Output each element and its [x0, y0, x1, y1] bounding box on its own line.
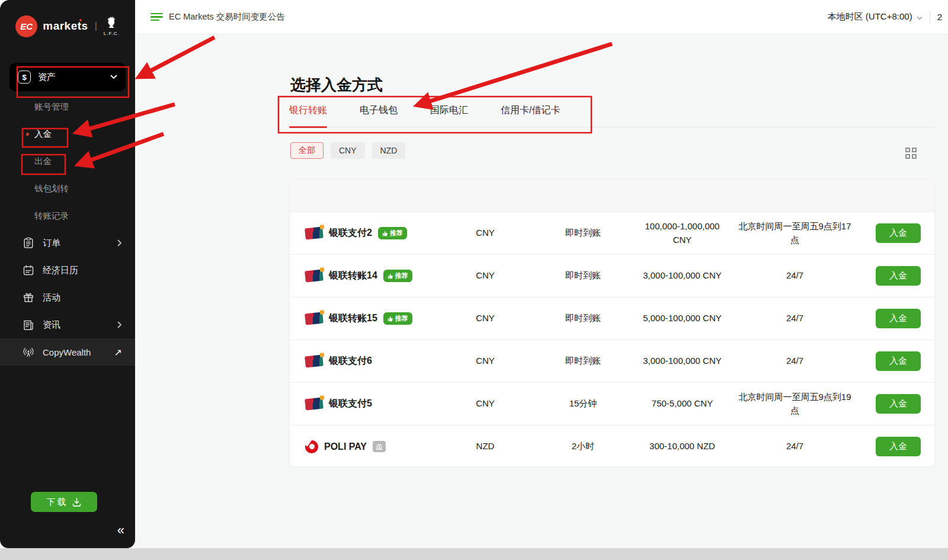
sidebar-submenu-item[interactable]: 出金	[0, 148, 135, 175]
processing-time-cell: 北京时间周一至周五9点到19点	[734, 391, 856, 417]
announcement-bar[interactable]: EC Markets 交易时间变更公告	[150, 11, 285, 23]
limit-cell: 3,000-100,000 CNY	[643, 269, 722, 283]
channel-cell: 银联转账14 推荐	[290, 270, 438, 282]
unionpay-logo-icon	[305, 312, 324, 325]
currency-cell: CNY	[476, 397, 495, 411]
page-title: 选择入金方式	[290, 75, 383, 95]
channel-cell: 银联支付6	[290, 355, 438, 367]
processing-time-cell: 24/7	[786, 354, 803, 368]
table-row: 银联转账14 推荐 CNY 即时到账 3,000-100,000 CNY 24/…	[290, 254, 934, 297]
limit-cell: 3,000-100,000 CNY	[643, 354, 722, 368]
currency-cell: CNY	[476, 226, 495, 240]
deposit-button[interactable]: 入金	[876, 309, 921, 328]
collapse-sidebar-icon[interactable]: «	[117, 523, 124, 538]
download-label: 下载	[47, 497, 68, 508]
sidebar-item-assets[interactable]: $ 资产	[9, 63, 126, 91]
sidebar-menu-item[interactable]: 订单	[0, 229, 135, 257]
tab-label: 电子钱包	[360, 105, 398, 115]
unionpay-logo-icon	[305, 397, 324, 410]
caret-down-icon	[917, 12, 923, 22]
submenu-label: 钱包划转	[34, 183, 69, 194]
currency-filter-chip[interactable]: 全部	[290, 142, 324, 159]
currency-cell: NZD	[476, 440, 495, 453]
arrival-time-cell: 15分钟	[569, 397, 597, 411]
bottom-edge-strip	[0, 548, 948, 560]
dollar-icon: $	[18, 71, 31, 84]
menu-label: CopyWealth	[43, 347, 106, 357]
currency-filter-chip[interactable]: CNY	[331, 142, 365, 159]
channel-cell: 银联支付5	[290, 398, 438, 410]
tab-label: 国际电汇	[430, 105, 468, 115]
deposit-button[interactable]: 入金	[876, 351, 921, 371]
deposit-button[interactable]: 入金	[876, 437, 921, 456]
ec-logo-icon: EC	[15, 15, 37, 37]
sidebar-submenu-item[interactable]: 钱包划转	[0, 175, 135, 202]
grid-view-icon[interactable]	[905, 148, 917, 159]
channel-cell: POLI PAY	[290, 440, 438, 453]
deposit-channels-card: 银联支付2 推荐 CNY 即时到账 100,000-1,000,000 CNY …	[289, 179, 935, 467]
limit-cell: 5,000-100,000 CNY	[643, 312, 722, 325]
deposit-method-tab[interactable]: 电子钱包	[360, 101, 398, 127]
table-body: 银联支付2 推荐 CNY 即时到账 100,000-1,000,000 CNY …	[290, 212, 934, 467]
recommended-label: 推荐	[395, 271, 408, 280]
channel-cell: 银联转账15 推荐	[290, 312, 438, 325]
menu-label: 活动	[43, 292, 122, 303]
recommended-label: 推荐	[395, 314, 408, 323]
lfc-logo: L.F.C.	[104, 16, 120, 36]
processing-time-cell: 北京时间周一至周五9点到17点	[734, 220, 856, 247]
thumbs-up-icon	[387, 316, 393, 322]
sidebar-menu-item[interactable]: 活动	[0, 284, 135, 311]
timezone-label: 本地时区 (UTC+8:00)	[828, 11, 912, 23]
clock-partial: 2	[937, 12, 942, 22]
main-content: 选择入金方式 银行转账 电子钱包 国际电汇 信用卡/借记卡 全部 CNY NZD	[135, 34, 948, 548]
currency-filters: 全部 CNY NZD	[290, 142, 405, 159]
deposit-method-tab[interactable]: 国际电汇	[430, 101, 468, 127]
processing-time-cell: 24/7	[786, 440, 803, 453]
table-row: 银联转账15 推荐 CNY 即时到账 5,000-100,000 CNY 24/…	[290, 297, 934, 340]
sidebar-menu-item[interactable]: 经济日历	[0, 257, 135, 284]
download-icon	[72, 497, 82, 507]
active-dot	[26, 133, 29, 136]
processing-time-cell: 24/7	[786, 269, 803, 283]
submenu-label: 转账记录	[34, 210, 69, 222]
unionpay-logo-icon	[305, 226, 324, 239]
deposit-button[interactable]: 入金	[876, 223, 921, 243]
currency-filter-chip[interactable]: NZD	[372, 142, 406, 159]
external-link-icon: ↗	[114, 347, 122, 358]
recommended-badge: 推荐	[383, 312, 412, 325]
sidebar-menu-item[interactable]: CopyWealth ↗	[0, 338, 135, 366]
download-button[interactable]: 下载	[31, 492, 97, 512]
sidebar-nav: $ 资产 账号管理 入金 出金 钱包划转	[0, 63, 135, 366]
recommended-badge: 推荐	[383, 270, 412, 282]
currency-cell: CNY	[476, 269, 495, 283]
bank-badge	[373, 441, 386, 452]
processing-time-cell: 24/7	[786, 312, 803, 325]
active-tab-underline	[289, 126, 327, 128]
sidebar-submenu-item[interactable]: 入金	[0, 120, 135, 148]
sidebar-submenu-item[interactable]: 转账记录	[0, 202, 135, 229]
deposit-method-tab[interactable]: 银行转账	[289, 101, 327, 127]
channel-name: 银联支付2	[329, 227, 372, 239]
deposit-button[interactable]: 入金	[876, 394, 921, 414]
table-header-row	[290, 180, 934, 212]
deposit-method-tab[interactable]: 信用卡/借记卡	[501, 101, 560, 127]
sidebar-menu: 订单 经济日历 活动 资讯	[0, 229, 135, 366]
bank-icon	[376, 443, 383, 450]
recommended-badge: 推荐	[378, 227, 407, 239]
sidebar-submenu-item[interactable]: 账号管理	[0, 93, 135, 120]
sidebar-menu-item[interactable]: 资讯	[0, 311, 135, 338]
liver-bird-icon	[104, 16, 118, 30]
table-row: 银联支付6 CNY 即时到账 3,000-100,000 CNY 24/7 入金	[290, 340, 934, 382]
menu-label: 经济日历	[43, 265, 122, 276]
thumbs-up-icon	[387, 273, 393, 279]
lfc-caption: L.F.C.	[104, 31, 120, 36]
timezone-selector[interactable]: 本地时区 (UTC+8:00)	[828, 11, 923, 23]
currency-cell: CNY	[476, 354, 495, 368]
news-icon	[23, 319, 34, 331]
topbar-divider	[930, 11, 930, 24]
channel-name: 银联转账15	[329, 312, 377, 325]
deposit-button[interactable]: 入金	[876, 266, 921, 286]
assets-submenu: 账号管理 入金 出金 钱包划转 转账记录	[0, 93, 135, 229]
unionpay-logo-icon	[305, 269, 324, 282]
currency-cell: CNY	[476, 312, 495, 325]
